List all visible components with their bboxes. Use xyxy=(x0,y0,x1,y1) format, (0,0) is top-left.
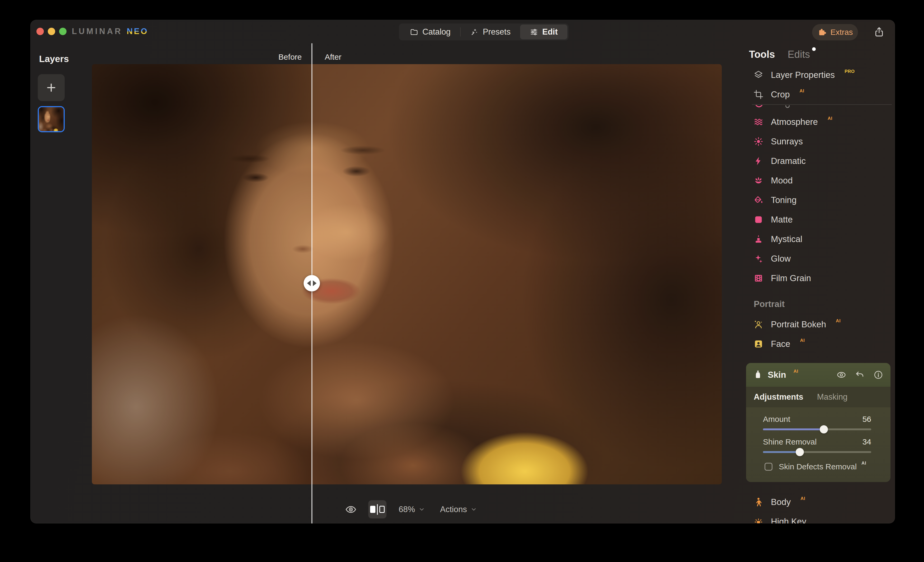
folder-icon xyxy=(410,28,418,36)
tool-item-toning[interactable]: Toning xyxy=(749,190,893,210)
face-portrait-icon xyxy=(753,339,764,349)
app-window: LUMINAR NEO CatalogPresetsEdit Extras La… xyxy=(30,20,895,523)
right-panel-tabs: Tools Edits xyxy=(749,49,810,60)
tool-item-body[interactable]: BodyAI xyxy=(749,492,893,512)
partially-scrolled-tool-icon[interactable] xyxy=(754,105,764,110)
lotion-bottle-icon xyxy=(753,370,763,380)
slider-fill xyxy=(763,451,800,453)
shine-removal-slider[interactable]: Shine Removal34 xyxy=(763,438,871,453)
tool-item-mood[interactable]: Mood xyxy=(749,171,893,190)
tab-edit[interactable]: Edit xyxy=(520,24,567,39)
tab-label: Presets xyxy=(483,27,511,37)
zoom-level-dropdown[interactable]: 68% xyxy=(399,500,425,519)
tool-item-film-grain[interactable]: Film Grain xyxy=(749,268,893,288)
tab-edits[interactable]: Edits xyxy=(788,49,810,60)
tool-item-atmosphere[interactable]: AtmosphereAI xyxy=(749,112,893,132)
checkbox-icon xyxy=(765,463,772,471)
compare-handle-icon[interactable] xyxy=(304,275,320,291)
skin-tab-masking[interactable]: Masking xyxy=(817,392,848,402)
amount-slider[interactable]: Amount56 xyxy=(763,415,871,430)
tab-tools[interactable]: Tools xyxy=(749,49,775,60)
paint-bucket-icon xyxy=(753,195,764,205)
tab-edits-label: Edits xyxy=(788,49,810,60)
share-icon[interactable] xyxy=(873,26,885,38)
tools-list-creative: AtmosphereAISunraysDramaticMoodToningMat… xyxy=(749,112,893,288)
layer-thumbnail-selected[interactable] xyxy=(38,106,64,132)
ai-badge: AI xyxy=(794,369,798,374)
app-logo: LUMINAR NEO xyxy=(72,27,148,36)
tool-item-glow[interactable]: Glow xyxy=(749,249,893,268)
tool-item-crop[interactable]: CropAI xyxy=(749,85,893,104)
high-key-icon xyxy=(753,516,764,523)
body-icon xyxy=(753,497,764,507)
extras-label: Extras xyxy=(830,28,853,37)
slider-value: 56 xyxy=(862,415,871,424)
tool-item-sunrays[interactable]: Sunrays xyxy=(749,132,893,151)
slider-track[interactable] xyxy=(763,429,871,430)
tools-list-more: BodyAIHigh Key xyxy=(749,492,893,523)
sun-icon xyxy=(753,136,764,147)
tool-item-layer-properties[interactable]: Layer PropertiesPRO xyxy=(749,65,893,85)
tab-label: Catalog xyxy=(422,27,451,37)
mode-switcher: CatalogPresetsEdit xyxy=(399,24,568,40)
eye-icon[interactable] xyxy=(345,503,357,516)
plus-icon xyxy=(45,82,57,94)
tab-label: Edit xyxy=(542,27,558,37)
lotus-icon xyxy=(753,175,764,186)
undo-icon[interactable] xyxy=(855,370,865,380)
tool-label: Sunrays xyxy=(771,136,803,147)
tool-label: Dramatic xyxy=(771,156,806,166)
sparkle-icon xyxy=(753,253,764,264)
add-layer-button[interactable] xyxy=(38,74,64,101)
person-bokeh-icon xyxy=(753,319,764,330)
tool-label: Atmosphere xyxy=(771,117,818,127)
slider-knob[interactable] xyxy=(820,425,828,433)
crop-icon xyxy=(753,89,764,100)
before-half-overlay xyxy=(92,64,312,484)
tab-catalog[interactable]: Catalog xyxy=(400,24,460,39)
tool-label: Glow xyxy=(771,254,790,264)
ai-badge: AI xyxy=(836,318,841,324)
photo-canvas[interactable] xyxy=(92,64,722,484)
extras-button[interactable]: Extras xyxy=(812,24,858,40)
ai-badge: AI xyxy=(800,338,805,343)
portrait-section-header: Portrait xyxy=(754,299,784,309)
slider-track[interactable] xyxy=(763,451,871,453)
skin-panel-header[interactable]: Skin AI xyxy=(746,363,891,387)
ai-badge: AI xyxy=(861,461,866,466)
tool-item-mystical[interactable]: Mystical xyxy=(749,229,893,249)
skin-tab-adjustments[interactable]: Adjustments xyxy=(754,392,803,402)
tool-label: High Key xyxy=(771,517,806,523)
tool-item-high-key[interactable]: High Key xyxy=(749,512,893,523)
actions-dropdown[interactable]: Actions xyxy=(440,500,477,519)
ai-badge: AI xyxy=(800,88,804,94)
tool-label: Portrait Bokeh xyxy=(771,319,826,330)
wand-sparkles-icon xyxy=(470,28,479,36)
zoom-level-value: 68% xyxy=(399,505,415,514)
skin-defects-removal-checkbox[interactable]: Skin Defects Removal AI xyxy=(765,462,866,471)
tool-label: Mystical xyxy=(771,234,802,244)
tool-item-portrait-bokeh[interactable]: Portrait BokehAI xyxy=(749,315,893,334)
traffic-light-maximize[interactable] xyxy=(59,28,66,35)
tool-item-face[interactable]: FaceAI xyxy=(749,334,893,354)
tab-presets[interactable]: Presets xyxy=(460,24,520,39)
chevron-down-icon xyxy=(470,506,477,513)
tool-item-matte[interactable]: Matte xyxy=(749,210,893,229)
visibility-eye-icon[interactable] xyxy=(836,370,847,380)
traffic-light-minimize[interactable] xyxy=(48,28,55,35)
tool-label: Matte xyxy=(771,214,793,225)
layer-thumbnail-image xyxy=(39,107,64,131)
info-icon[interactable] xyxy=(873,370,884,380)
skin-panel-tabs: AdjustmentsMasking xyxy=(746,387,891,407)
slider-label: Amount xyxy=(763,415,790,424)
tool-item-dramatic[interactable]: Dramatic xyxy=(749,151,893,171)
slider-fill xyxy=(763,429,824,430)
slider-knob[interactable] xyxy=(796,448,804,456)
pro-badge: PRO xyxy=(844,69,855,74)
traffic-light-close[interactable] xyxy=(36,28,44,35)
lightning-icon xyxy=(753,156,764,166)
tool-label: Crop xyxy=(771,90,790,99)
split-view-button[interactable] xyxy=(368,500,387,519)
actions-label: Actions xyxy=(440,505,467,514)
logo-text-luminar: LUMINAR xyxy=(72,27,123,36)
